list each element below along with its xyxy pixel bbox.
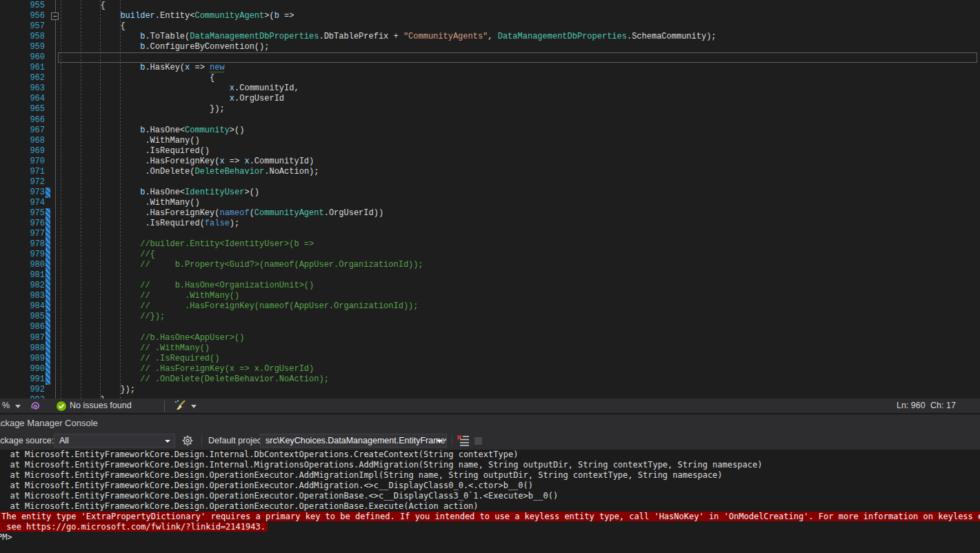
column-indicator[interactable]: Ch: 17 bbox=[930, 399, 956, 413]
default-project-caret-icon bbox=[437, 440, 442, 443]
code-line: { bbox=[61, 73, 980, 83]
pmc-title: Package Manager Console bbox=[0, 414, 98, 432]
error-lines: The entity type 'ExtraPropertyDictionary… bbox=[0, 512, 980, 532]
code-token: }); bbox=[61, 104, 225, 114]
code-token: .WithMany() bbox=[61, 136, 200, 145]
zoom-caret-icon[interactable] bbox=[15, 405, 21, 408]
code-token: ); bbox=[230, 219, 239, 228]
code-token: { bbox=[61, 1, 106, 10]
code-token: // .OnDelete(DeleteBehavior.NoAction); bbox=[61, 374, 329, 384]
code-token: }); bbox=[61, 385, 135, 394]
code-token: .CommunityId) bbox=[250, 157, 314, 166]
code-token: // .WithMany() bbox=[61, 291, 239, 301]
code-line: // .HasForeignKey(nameof(AppUser.Organiz… bbox=[61, 301, 980, 312]
console-prompt[interactable]: PM> bbox=[0, 532, 980, 543]
code-line: .HasForeignKey(nameof(CommunityAgent.Org… bbox=[61, 208, 980, 219]
code-editor[interactable]: 9559569579589599609619629639649659669679… bbox=[0, 0, 980, 399]
code-line: x.OrgUserId bbox=[61, 94, 980, 104]
code-lines[interactable]: { builder.Entity<CommunityAgent>(b => { … bbox=[0, 1, 980, 399]
code-token: .WithMany() bbox=[61, 198, 200, 208]
code-line: builder.Entity<CommunityAgent>(b => bbox=[61, 11, 980, 21]
visual-studio-window: 9559569579589599609619629639649659669679… bbox=[0, 0, 980, 553]
code-token: Community bbox=[185, 125, 230, 135]
code-token: >() bbox=[244, 188, 259, 197]
status-separator bbox=[164, 401, 165, 412]
code-line: b.HasOne<IdentityUser>() bbox=[61, 188, 980, 198]
code-token: b bbox=[61, 188, 145, 197]
code-token: .ConfigureByConvention(); bbox=[145, 42, 269, 52]
toolbar-separator bbox=[452, 435, 452, 446]
code-token: b bbox=[61, 32, 145, 41]
default-project-dropdown[interactable]: src\KeyChoices.DataManagement.EntityFram… bbox=[260, 434, 447, 448]
broom-caret-icon[interactable] bbox=[191, 405, 197, 408]
code-token: .NoAction); bbox=[264, 167, 319, 177]
code-token: false bbox=[205, 219, 230, 228]
code-line: // .OnDelete(DeleteBehavior.NoAction); bbox=[61, 374, 980, 385]
package-source-dropdown[interactable]: All bbox=[54, 434, 175, 448]
code-line bbox=[61, 322, 980, 332]
code-token: .HasOne< bbox=[145, 188, 185, 197]
code-token: new bbox=[210, 63, 225, 72]
code-line: // .WithMany() bbox=[61, 291, 980, 301]
error-line: see https://go.microsoft.com/fwlink/?lin… bbox=[0, 522, 980, 532]
code-token: CommunityAgent bbox=[254, 208, 324, 218]
code-line: .OnDelete(DeleteBehavior.NoAction); bbox=[61, 167, 980, 177]
stack-trace-lines: at Microsoft.EntityFrameworkCore.Design.… bbox=[0, 450, 980, 512]
code-token: DataManagementDbProperties bbox=[498, 32, 627, 41]
pmc-title-bar: Package Manager Console bbox=[0, 414, 980, 432]
code-token: b bbox=[274, 11, 279, 21]
editor-status-bar: % No issues found Ln: 960 Ch: 17 SPC bbox=[0, 399, 980, 413]
code-line bbox=[61, 115, 980, 125]
code-token: builder bbox=[61, 11, 155, 21]
stop-square-icon[interactable] bbox=[474, 437, 482, 445]
zoom-percent-control[interactable]: % bbox=[2, 399, 10, 413]
code-token: { bbox=[61, 21, 126, 31]
code-token: .ToTable( bbox=[145, 32, 190, 41]
gear-icon[interactable] bbox=[181, 434, 194, 447]
code-token: { bbox=[61, 73, 214, 83]
code-token: // b.Property<Guid?>(nameof(AppUser.Orga… bbox=[61, 260, 423, 270]
console-output[interactable]: at Microsoft.EntityFrameworkCore.Design.… bbox=[0, 450, 980, 553]
code-line: }); bbox=[61, 104, 980, 114]
code-token: .IsRequired() bbox=[61, 146, 210, 156]
code-token: => bbox=[190, 63, 210, 72]
code-token: x bbox=[219, 157, 224, 166]
collapse-minus-icon[interactable]: − bbox=[51, 12, 59, 20]
stack-trace-line: at Microsoft.EntityFrameworkCore.Design.… bbox=[0, 460, 980, 470]
code-line: // .WithMany() bbox=[61, 343, 980, 354]
code-line: // .IsRequired() bbox=[61, 354, 980, 364]
code-token: x bbox=[61, 83, 234, 93]
code-line: //builder.Entity<IdentityUser>(b => bbox=[61, 239, 980, 250]
code-token: .HasKey( bbox=[145, 63, 185, 72]
code-line: b.ConfigureByConvention(); bbox=[61, 42, 980, 52]
code-token: .HasForeignKey( bbox=[61, 157, 219, 166]
package-source-caret-icon bbox=[165, 440, 170, 443]
code-token: //}); bbox=[61, 312, 165, 321]
error-line: The entity type 'ExtraPropertyDictionary… bbox=[0, 512, 980, 522]
code-token: // .WithMany() bbox=[61, 343, 210, 353]
code-token: x bbox=[244, 157, 249, 166]
code-token: x bbox=[61, 94, 234, 103]
default-project-value: src\KeyChoices.DataManagement.EntityFram… bbox=[266, 436, 447, 445]
code-line: { bbox=[61, 1, 980, 11]
code-token: DeleteBehavior bbox=[194, 167, 264, 177]
error-text: The entity type 'ExtraPropertyDictionary… bbox=[0, 512, 980, 521]
stack-trace-line: at Microsoft.EntityFrameworkCore.Design.… bbox=[0, 481, 980, 491]
code-line: // b.HasOne<OrganizationUnit>() bbox=[61, 281, 980, 291]
clear-console-icon[interactable] bbox=[457, 435, 470, 446]
code-token: "CommunityAgents" bbox=[403, 32, 488, 41]
copilot-icon[interactable] bbox=[30, 401, 41, 411]
code-line: b.ToTable(DataManagementDbProperties.DbT… bbox=[61, 32, 980, 42]
code-cleanup-broom-icon[interactable] bbox=[174, 400, 186, 412]
code-token: .Entity< bbox=[155, 11, 195, 21]
stack-trace-line: at Microsoft.EntityFrameworkCore.Design.… bbox=[0, 470, 980, 481]
code-line: //}); bbox=[61, 312, 980, 322]
no-issues-check-icon bbox=[57, 401, 66, 411]
code-line: .IsRequired(false); bbox=[61, 219, 980, 229]
code-token: b bbox=[61, 125, 145, 135]
line-indicator[interactable]: Ln: 960 bbox=[897, 399, 926, 413]
code-token: .OrgUserId)) bbox=[324, 208, 383, 218]
stack-trace-line: at Microsoft.EntityFrameworkCore.Design.… bbox=[0, 501, 980, 512]
health-status-text[interactable]: No issues found bbox=[70, 399, 132, 413]
code-token: b bbox=[61, 63, 145, 72]
